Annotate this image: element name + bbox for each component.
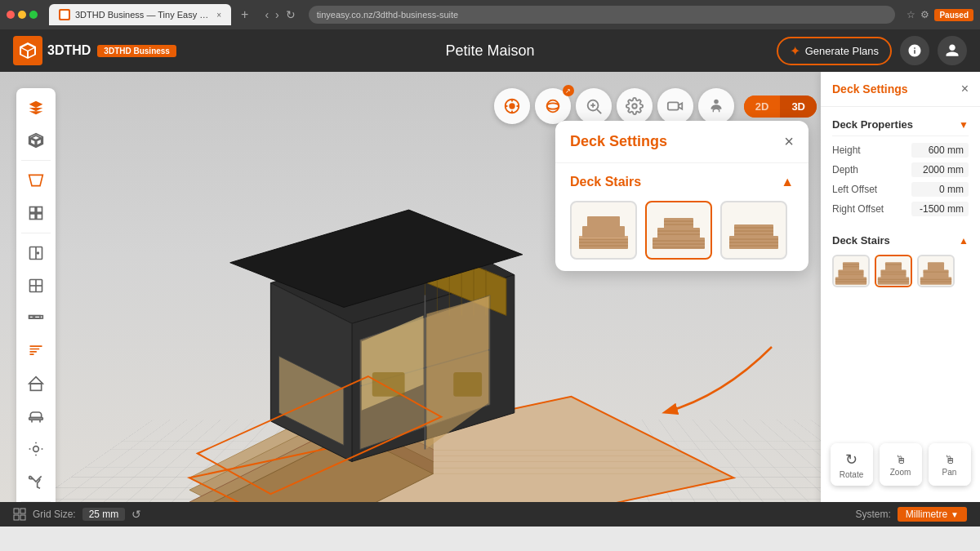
svg-marker-36 [29, 175, 43, 185]
zoom-view-button[interactable] [576, 88, 612, 124]
stair-small-1[interactable] [832, 255, 870, 287]
pan-control[interactable]: 🖱 Pan [929, 443, 971, 486]
settings-view-button[interactable] [617, 88, 653, 124]
grid-button[interactable] [21, 198, 51, 228]
browser-tab[interactable]: 3DTHD Business — Tiny Easy … × [49, 4, 231, 25]
svg-rect-120 [20, 509, 25, 513]
app-header: 3DTHD 3DTHD Business Petite Maison ✦ Gen… [0, 29, 980, 72]
mode-2d-button[interactable]: 2D [744, 96, 781, 118]
stair-small-2[interactable] [875, 255, 912, 287]
svg-rect-82 [657, 228, 700, 239]
logo[interactable]: 3DTHD [13, 36, 91, 65]
person-button[interactable] [698, 88, 734, 124]
deck-stairs-toggle-icon: ▲ [959, 235, 969, 247]
svg-rect-49 [34, 316, 40, 318]
depth-value[interactable]: 2000 mm [911, 162, 969, 177]
bookmark-browser-button[interactable]: ☆ [906, 9, 915, 20]
window-button[interactable] [21, 271, 51, 300]
orbit-button[interactable]: ↗ [535, 88, 571, 124]
svg-rect-40 [37, 214, 42, 220]
paint-button[interactable] [21, 467, 51, 496]
grid-label: Grid Size: [33, 509, 76, 520]
app-title: Petite Maison [445, 42, 534, 60]
zoom-icon: 🖱 [895, 453, 906, 466]
user-button[interactable] [938, 36, 967, 65]
right-offset-value[interactable]: -1500 mm [911, 202, 969, 216]
perspective-button[interactable] [21, 166, 51, 195]
toolbar-divider-1 [21, 160, 51, 161]
section-title: Deck Stairs [570, 175, 641, 189]
svg-line-64 [597, 109, 601, 113]
wall-button[interactable] [21, 304, 51, 333]
furniture-button[interactable] [21, 402, 51, 431]
stairs-button[interactable] [21, 336, 51, 366]
svg-rect-76 [582, 226, 625, 238]
properties-header[interactable]: Deck Properties ▼ [832, 113, 969, 136]
logo-text: 3DTHD [47, 43, 91, 58]
dot-red[interactable] [7, 11, 15, 19]
section-header[interactable]: Deck Stairs ▲ [570, 175, 794, 189]
zoom-control[interactable]: 🖱 Zoom [880, 443, 922, 486]
properties-title: Deck Properties [832, 118, 913, 131]
svg-rect-119 [14, 509, 19, 513]
svg-rect-116 [923, 269, 948, 278]
video-button[interactable] [657, 88, 693, 124]
help-button[interactable] [900, 36, 929, 65]
svg-point-55 [33, 447, 39, 452]
system-value-button[interactable]: Millimetre ▼ [898, 507, 967, 522]
dot-yellow[interactable] [18, 11, 26, 19]
layers-button[interactable] [21, 93, 51, 122]
zoom-label: Zoom [890, 468, 911, 477]
svg-point-69 [714, 100, 719, 104]
right-panel-close-button[interactable]: × [961, 82, 969, 96]
roof-button[interactable] [21, 369, 51, 398]
light-button[interactable] [21, 434, 51, 464]
depth-row: Depth 2000 mm [832, 162, 969, 177]
height-label: Height [832, 144, 861, 156]
logo-icon [13, 36, 42, 65]
svg-rect-111 [885, 262, 902, 270]
extensions-button[interactable]: ⚙ [920, 9, 929, 20]
forward-button[interactable]: › [274, 8, 281, 21]
grid-size-icon [13, 508, 26, 521]
cube-button[interactable] [21, 126, 51, 155]
back-button[interactable]: ‹ [263, 8, 270, 21]
stair-option-1[interactable] [570, 201, 637, 260]
url-text: tinyeasy.co.nz/3dthd-business-suite [317, 10, 458, 20]
viewport[interactable]: ↗ 2D 3D [0, 72, 980, 527]
dot-green[interactable] [29, 11, 38, 19]
height-row: Height 600 mm [832, 143, 969, 158]
svg-point-43 [38, 252, 39, 254]
close-tab-button[interactable]: × [216, 11, 221, 20]
properties-section: Deck Properties ▼ Height 600 mm Depth 20… [821, 107, 980, 228]
svg-rect-102 [843, 262, 859, 270]
reset-grid-button[interactable]: ↺ [131, 508, 141, 521]
panel-close-button[interactable]: × [784, 132, 794, 151]
rotate-control[interactable]: ↻ Rotate [831, 443, 873, 486]
properties-toggle-icon: ▼ [959, 119, 969, 131]
svg-rect-96 [835, 277, 866, 284]
deck-stairs-header[interactable]: Deck Stairs ▲ [832, 234, 969, 247]
reload-button[interactable]: ↻ [284, 8, 297, 21]
grid-value[interactable]: 25 mm [82, 508, 126, 521]
svg-point-67 [632, 104, 637, 109]
svg-rect-34 [453, 372, 482, 397]
stair-option-2[interactable] [645, 201, 712, 260]
main-area: ↗ 2D 3D [0, 72, 980, 527]
section-toggle-icon: ▲ [781, 175, 794, 189]
left-offset-value[interactable]: 0 mm [911, 182, 969, 197]
height-value[interactable]: 600 mm [911, 143, 969, 158]
stair-options [570, 201, 794, 260]
door-button[interactable] [21, 238, 51, 268]
camera-view-button[interactable] [494, 88, 530, 124]
add-tab-button[interactable]: + [241, 7, 248, 22]
grid-size-area: Grid Size: 25 mm ↺ [13, 508, 141, 521]
url-bar[interactable]: tinyeasy.co.nz/3dthd-business-suite [309, 6, 896, 24]
stair-option-3[interactable] [720, 201, 787, 260]
stair-small-3[interactable] [917, 255, 955, 287]
svg-rect-77 [587, 216, 620, 228]
svg-rect-85 [664, 218, 693, 229]
deck-settings-panel: Deck Settings × Deck Stairs ▲ [555, 121, 808, 271]
generate-plans-button[interactable]: ✦ Generate Plans [777, 37, 892, 65]
mode-3d-button[interactable]: 3D [780, 96, 817, 118]
